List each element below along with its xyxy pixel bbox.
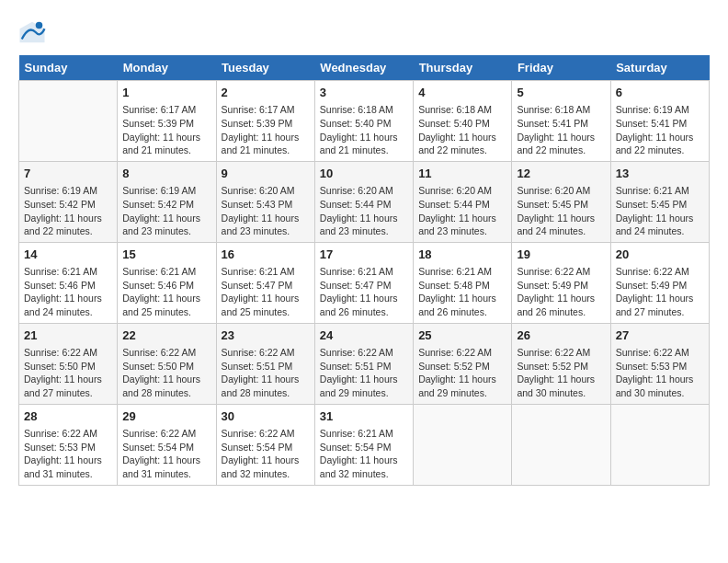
calendar-cell [610,404,709,485]
day-number: 28 [24,408,112,425]
day-info: Sunrise: 6:21 AM Sunset: 5:47 PM Dayligh… [320,265,408,319]
day-info: Sunrise: 6:22 AM Sunset: 5:50 PM Dayligh… [24,346,112,400]
day-info: Sunrise: 6:19 AM Sunset: 5:42 PM Dayligh… [24,184,112,238]
calendar-cell: 15Sunrise: 6:21 AM Sunset: 5:46 PM Dayli… [118,242,216,323]
day-number: 10 [320,166,408,182]
calendar-cell: 25Sunrise: 6:22 AM Sunset: 5:52 PM Dayli… [414,323,512,404]
day-info: Sunrise: 6:18 AM Sunset: 5:40 PM Dayligh… [320,103,408,157]
day-info: Sunrise: 6:22 AM Sunset: 5:53 PM Dayligh… [24,427,112,481]
day-info: Sunrise: 6:18 AM Sunset: 5:40 PM Dayligh… [418,103,506,157]
calendar-cell: 16Sunrise: 6:21 AM Sunset: 5:47 PM Dayli… [216,242,314,323]
calendar-cell: 27Sunrise: 6:22 AM Sunset: 5:53 PM Dayli… [610,323,709,404]
day-info: Sunrise: 6:22 AM Sunset: 5:52 PM Dayligh… [418,346,506,400]
day-number: 9 [222,166,310,182]
day-info: Sunrise: 6:22 AM Sunset: 5:54 PM Dayligh… [122,427,210,481]
column-header-friday: Friday [512,55,610,81]
calendar-cell: 18Sunrise: 6:21 AM Sunset: 5:48 PM Dayli… [414,242,512,323]
day-number: 2 [222,85,310,101]
page-header [18,18,710,46]
day-info: Sunrise: 6:21 AM Sunset: 5:48 PM Dayligh… [418,265,506,319]
svg-point-1 [36,22,43,29]
column-header-saturday: Saturday [610,55,709,81]
day-number: 6 [616,85,704,101]
calendar-cell: 11Sunrise: 6:20 AM Sunset: 5:44 PM Dayli… [414,161,512,242]
calendar-cell: 19Sunrise: 6:22 AM Sunset: 5:49 PM Dayli… [512,242,610,323]
logo[interactable] [18,18,50,46]
day-number: 8 [122,166,210,182]
day-info: Sunrise: 6:21 AM Sunset: 5:46 PM Dayligh… [24,265,112,319]
calendar-cell: 23Sunrise: 6:22 AM Sunset: 5:51 PM Dayli… [216,323,314,404]
day-number: 5 [517,85,605,101]
day-info: Sunrise: 6:22 AM Sunset: 5:53 PM Dayligh… [616,346,704,400]
column-header-sunday: Sunday [19,55,118,81]
day-number: 23 [222,327,310,344]
column-header-monday: Monday [118,55,216,81]
calendar-cell: 28Sunrise: 6:22 AM Sunset: 5:53 PM Dayli… [19,404,118,485]
day-info: Sunrise: 6:20 AM Sunset: 5:44 PM Dayligh… [320,184,408,238]
day-info: Sunrise: 6:19 AM Sunset: 5:42 PM Dayligh… [122,184,210,238]
calendar-table: SundayMondayTuesdayWednesdayThursdayFrid… [18,55,710,486]
column-header-tuesday: Tuesday [216,55,314,81]
calendar-cell: 12Sunrise: 6:20 AM Sunset: 5:45 PM Dayli… [512,161,610,242]
day-info: Sunrise: 6:22 AM Sunset: 5:50 PM Dayligh… [122,346,210,400]
day-info: Sunrise: 6:18 AM Sunset: 5:41 PM Dayligh… [517,103,605,157]
day-number: 29 [122,408,210,425]
day-number: 14 [24,247,112,263]
calendar-cell: 7Sunrise: 6:19 AM Sunset: 5:42 PM Daylig… [19,161,118,242]
day-number: 4 [418,85,506,101]
calendar-cell: 22Sunrise: 6:22 AM Sunset: 5:50 PM Dayli… [118,323,216,404]
day-number: 18 [418,247,506,263]
day-info: Sunrise: 6:22 AM Sunset: 5:49 PM Dayligh… [616,265,704,319]
day-number: 12 [517,166,605,182]
day-info: Sunrise: 6:20 AM Sunset: 5:43 PM Dayligh… [222,184,310,238]
calendar-cell: 1Sunrise: 6:17 AM Sunset: 5:39 PM Daylig… [118,81,216,162]
calendar-cell: 13Sunrise: 6:21 AM Sunset: 5:45 PM Dayli… [610,161,709,242]
day-number: 31 [320,408,408,425]
day-number: 11 [418,166,506,182]
calendar-cell [414,404,512,485]
day-info: Sunrise: 6:17 AM Sunset: 5:39 PM Dayligh… [222,103,310,157]
calendar-cell: 5Sunrise: 6:18 AM Sunset: 5:41 PM Daylig… [512,81,610,162]
calendar-cell: 14Sunrise: 6:21 AM Sunset: 5:46 PM Dayli… [19,242,118,323]
day-number: 27 [616,327,704,344]
day-info: Sunrise: 6:20 AM Sunset: 5:45 PM Dayligh… [517,184,605,238]
day-info: Sunrise: 6:21 AM Sunset: 5:54 PM Dayligh… [320,427,408,481]
day-number: 22 [122,327,210,344]
calendar-cell: 8Sunrise: 6:19 AM Sunset: 5:42 PM Daylig… [118,161,216,242]
day-number: 24 [320,327,408,344]
day-number: 25 [418,327,506,344]
calendar-cell: 6Sunrise: 6:19 AM Sunset: 5:41 PM Daylig… [610,81,709,162]
calendar-cell: 29Sunrise: 6:22 AM Sunset: 5:54 PM Dayli… [118,404,216,485]
day-number: 16 [222,247,310,263]
calendar-cell: 3Sunrise: 6:18 AM Sunset: 5:40 PM Daylig… [314,81,413,162]
day-info: Sunrise: 6:19 AM Sunset: 5:41 PM Dayligh… [616,103,704,157]
day-info: Sunrise: 6:22 AM Sunset: 5:51 PM Dayligh… [320,346,408,400]
day-number: 17 [320,247,408,263]
calendar-cell: 17Sunrise: 6:21 AM Sunset: 5:47 PM Dayli… [314,242,413,323]
day-number: 1 [122,85,210,101]
day-number: 13 [616,166,704,182]
day-info: Sunrise: 6:22 AM Sunset: 5:54 PM Dayligh… [222,427,310,481]
calendar-cell: 21Sunrise: 6:22 AM Sunset: 5:50 PM Dayli… [19,323,118,404]
day-info: Sunrise: 6:22 AM Sunset: 5:51 PM Dayligh… [222,346,310,400]
calendar-cell: 2Sunrise: 6:17 AM Sunset: 5:39 PM Daylig… [216,81,314,162]
calendar-cell: 31Sunrise: 6:21 AM Sunset: 5:54 PM Dayli… [314,404,413,485]
day-number: 7 [24,166,112,182]
calendar-cell: 4Sunrise: 6:18 AM Sunset: 5:40 PM Daylig… [414,81,512,162]
calendar-cell: 10Sunrise: 6:20 AM Sunset: 5:44 PM Dayli… [314,161,413,242]
calendar-cell: 9Sunrise: 6:20 AM Sunset: 5:43 PM Daylig… [216,161,314,242]
day-number: 20 [616,247,704,263]
day-info: Sunrise: 6:20 AM Sunset: 5:44 PM Dayligh… [418,184,506,238]
day-number: 21 [24,327,112,344]
day-info: Sunrise: 6:22 AM Sunset: 5:52 PM Dayligh… [517,346,605,400]
calendar-cell: 26Sunrise: 6:22 AM Sunset: 5:52 PM Dayli… [512,323,610,404]
day-info: Sunrise: 6:21 AM Sunset: 5:47 PM Dayligh… [222,265,310,319]
day-info: Sunrise: 6:21 AM Sunset: 5:45 PM Dayligh… [616,184,704,238]
column-header-wednesday: Wednesday [314,55,413,81]
day-info: Sunrise: 6:22 AM Sunset: 5:49 PM Dayligh… [517,265,605,319]
calendar-cell [19,81,118,162]
calendar-cell [512,404,610,485]
day-number: 3 [320,85,408,101]
day-number: 19 [517,247,605,263]
day-number: 26 [517,327,605,344]
